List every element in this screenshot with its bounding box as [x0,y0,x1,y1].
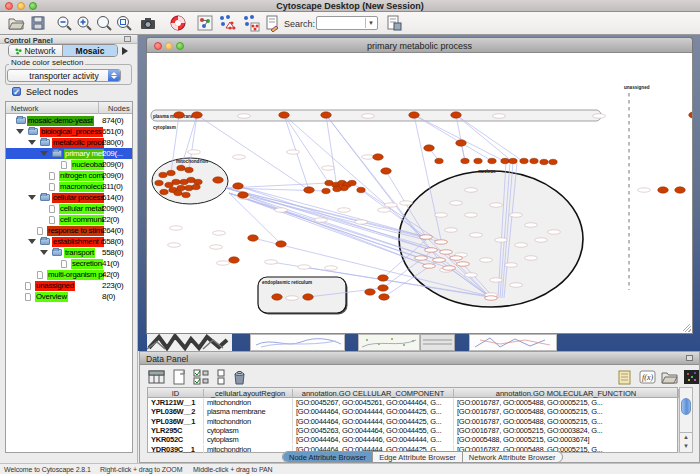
open-folder-icon[interactable] [7,14,25,32]
node-color-combobox[interactable]: transporter activity [7,69,121,82]
graph-node[interactable] [409,112,420,118]
table-row[interactable]: YPL036W__1mitochondrion[GO:0044464, GO:0… [148,417,677,426]
graph-node[interactable] [381,168,392,174]
node-label-oval[interactable] [465,273,478,277]
float-panel-icon[interactable] [124,36,131,42]
node-label-oval[interactable] [400,201,413,205]
graph-node[interactable] [276,241,287,247]
node-label-oval[interactable] [440,250,453,254]
table-column-header[interactable]: annotation.GO CELLULAR_COMPONENT [293,389,454,398]
unselect-attributes-icon[interactable] [214,369,231,385]
tree-row-label[interactable]: unassigned [35,281,75,291]
graph-node[interactable] [424,145,435,151]
graph-node[interactable] [165,182,173,187]
table-column-header[interactable]: annotation.GO MOLECULAR_FUNCTION [454,389,679,398]
node-label-oval[interactable] [238,114,251,118]
graph-node[interactable] [435,158,443,163]
node-label-oval[interactable] [638,188,651,192]
data-panel-float-icon[interactable] [686,355,693,361]
node-label-oval[interactable] [170,226,183,230]
node-label-oval[interactable] [443,266,456,270]
graph-node[interactable] [248,235,259,241]
graph-node[interactable] [192,112,203,118]
graph-node[interactable] [304,187,315,193]
node-label-oval[interactable] [465,188,478,192]
graph-node[interactable] [272,294,283,300]
tree-row[interactable]: primary metabolic209(... [6,148,132,159]
node-label-oval[interactable] [287,150,300,154]
graph-node[interactable] [378,275,389,281]
node-label-oval[interactable] [217,261,230,265]
graph-node[interactable] [549,159,557,164]
graph-node[interactable] [279,112,290,118]
table-row[interactable]: YKR052Ccytoplasm[GO:0044464, GO:0044446,… [148,435,677,444]
search-input[interactable]: ▼ [316,16,378,30]
graph-node[interactable] [177,185,185,190]
node-label-oval[interactable] [525,223,538,227]
tree-row-label[interactable]: cellular process [52,193,104,203]
graph-node[interactable] [182,192,190,197]
tree-row[interactable]: metabolic process280(0) [6,137,132,148]
node-label-oval[interactable] [213,231,226,235]
graph-node[interactable] [192,184,200,189]
node-label-oval[interactable] [510,213,523,217]
node-label-oval[interactable] [286,296,299,300]
graph-node[interactable] [488,158,496,163]
graph-node[interactable] [174,112,185,118]
formula-icon[interactable]: f(x) [639,369,656,385]
layout-icon-1[interactable] [218,14,236,32]
tree-row-label[interactable]: cell communicati [59,215,104,225]
node-label-oval[interactable] [275,208,288,212]
table-column-header[interactable]: _cellularLayoutRegion [204,389,293,398]
delete-attribute-icon[interactable] [231,369,248,385]
tree-row-label[interactable]: nucleobase-cont [71,160,104,170]
search-dropdown-icon[interactable]: ▼ [365,18,376,28]
tree-row[interactable]: nitrogen compou209(0) [6,170,132,181]
layout-icon-2[interactable] [242,14,260,32]
tree-column-nodes[interactable]: Nodes [108,104,130,113]
tree-row[interactable]: macromolecule m311(0) [6,181,132,192]
zoom-in-icon[interactable] [75,14,93,32]
table-column-header[interactable]: ID [148,389,204,398]
tree-row-label[interactable]: primary metabolic [64,149,104,159]
zoom-out-icon[interactable] [55,14,73,32]
graph-node[interactable] [213,177,224,183]
network-overview-icon[interactable] [196,14,214,32]
tree-row-label[interactable]: Overview [35,292,68,302]
graph-node[interactable] [509,158,517,163]
tree-row-label[interactable]: secretion [71,259,103,269]
node-label-oval[interactable] [493,114,506,118]
tab-network[interactable]: Network [9,45,63,56]
expand-arrow-icon[interactable] [28,140,36,145]
table-scrollbar[interactable]: ▲▼ [679,387,693,453]
graph-node[interactable] [373,154,384,160]
tree-row-label[interactable]: macromolecule m [59,182,104,192]
node-label-oval[interactable] [465,213,478,217]
node-label-oval[interactable] [210,245,223,249]
node-label-oval[interactable] [548,230,561,234]
expand-arrow-icon[interactable] [16,129,24,134]
graph-node[interactable] [303,294,314,300]
node-label-oval[interactable] [315,218,328,222]
node-label-oval[interactable] [420,235,433,239]
table-row[interactable]: YPL036W__2plasma membrane[GO:0044464, GO… [148,407,677,416]
tab-network-attribute-browser[interactable]: Network Attribute Browser [463,452,562,462]
tree-row-label[interactable]: cellular metaboli [59,204,104,214]
node-label-oval[interactable] [495,238,508,242]
tree-row[interactable]: biological_process651(0) [6,126,132,137]
tree-row[interactable]: establishment of lo558(0) [6,236,132,247]
import-attributes-icon[interactable] [661,369,678,385]
node-label-oval[interactable] [525,256,538,260]
expand-arrow-icon[interactable] [28,195,36,200]
node-label-oval[interactable] [425,248,438,252]
tree-row[interactable]: unassigned223(0) [6,280,132,291]
graph-node[interactable] [348,180,356,185]
node-label-oval[interactable] [338,208,351,212]
tree-row[interactable]: cellular process614(0) [6,192,132,203]
graph-node[interactable] [160,189,168,194]
snapshot-icon[interactable] [139,14,157,32]
node-label-oval[interactable] [168,243,181,247]
tab-node-attribute-browser[interactable]: Node Attribute Browser [283,452,373,462]
node-label-oval[interactable] [415,256,428,260]
node-label-oval[interactable] [490,203,503,207]
